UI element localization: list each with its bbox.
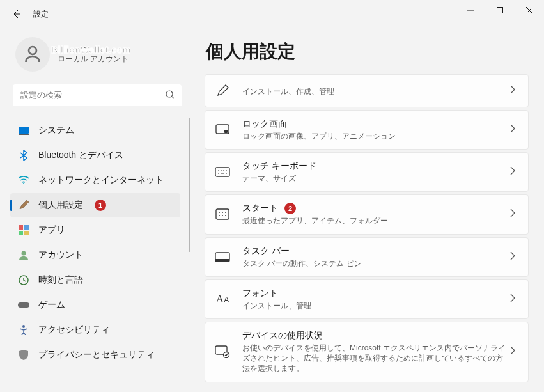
account-block[interactable]: BillionWallet.com Billion Wallet ローカル アカ… xyxy=(8,28,192,84)
chevron-right-icon xyxy=(510,251,519,263)
person-icon xyxy=(18,249,29,261)
sidebar-item-apps[interactable]: アプリ xyxy=(10,218,180,242)
sidebar-item-label: ゲーム xyxy=(38,299,65,311)
svg-point-17 xyxy=(219,212,220,213)
sidebar-item-privacy[interactable]: プライバシーとセキュリティ xyxy=(10,343,180,367)
app-title: 設定 xyxy=(33,9,49,20)
sidebar-item-accounts[interactable]: アカウント xyxy=(10,243,180,267)
card-title: ロック画面 xyxy=(242,118,510,130)
annotation-badge-2: 2 xyxy=(284,203,296,214)
svg-rect-2 xyxy=(19,127,29,134)
gaming-icon xyxy=(18,299,29,311)
search-box[interactable] xyxy=(13,84,182,106)
sidebar-item-label: プライバシーとセキュリティ xyxy=(38,349,155,361)
search-icon xyxy=(165,90,175,102)
scrollbar[interactable] xyxy=(189,118,190,252)
svg-rect-3 xyxy=(19,134,29,135)
sidebar-item-label: アクセシビリティ xyxy=(38,324,110,336)
card-pen[interactable]: インストール、作成、管理 xyxy=(205,74,529,107)
svg-point-20 xyxy=(219,215,220,216)
svg-rect-7 xyxy=(19,231,23,235)
account-type: ローカル アカウント xyxy=(58,54,128,65)
sidebar-item-system[interactable]: システム xyxy=(10,118,180,143)
sidebar-item-network[interactable]: ネットワークとインターネット xyxy=(10,168,180,192)
lockscreen-icon xyxy=(214,122,231,138)
back-button[interactable] xyxy=(5,3,28,26)
card-sub: インストール、作成、管理 xyxy=(242,86,510,97)
card-fonts[interactable]: AA フォントインストール、管理 xyxy=(205,279,529,319)
card-sub: インストール、管理 xyxy=(242,301,510,311)
svg-point-22 xyxy=(225,215,226,216)
pen-icon xyxy=(214,82,231,99)
sidebar-item-label: アカウント xyxy=(38,249,83,261)
card-sub: 最近使ったアプリ、アイテム、フォルダー xyxy=(242,216,510,226)
keyboard-icon xyxy=(214,164,231,180)
sidebar-item-label: Bluetooth とデバイス xyxy=(38,150,123,161)
avatar: BillionWallet.com xyxy=(15,37,50,72)
svg-rect-5 xyxy=(19,225,23,230)
svg-rect-0 xyxy=(497,8,503,13)
svg-point-12 xyxy=(22,325,25,328)
card-touchkeyboard[interactable]: タッチ キーボードテーマ、サイズ xyxy=(205,152,529,192)
svg-point-4 xyxy=(23,183,24,184)
nav-list: システム Bluetooth とデバイス ネットワークとインターネット 個人用設… xyxy=(8,118,192,392)
search-input[interactable] xyxy=(13,84,182,106)
arrow-left-icon xyxy=(12,9,22,19)
sidebar-item-label: 時刻と言語 xyxy=(38,274,83,286)
wifi-icon xyxy=(18,175,29,186)
card-title: タッチ キーボード xyxy=(242,161,510,172)
main-panel: 個人用設定 インストール、作成、管理 ロック画面ロック画面の画像、アプリ、アニメ… xyxy=(192,28,544,392)
chevron-right-icon xyxy=(510,294,519,305)
card-sub: テーマ、サイズ xyxy=(242,173,510,184)
fonts-icon: AA xyxy=(214,291,231,308)
chevron-right-icon xyxy=(510,85,519,97)
sidebar-item-label: アプリ xyxy=(38,224,65,236)
card-sub: ロック画面の画像、アプリ、アニメーション xyxy=(242,131,510,141)
sidebar-item-personalization[interactable]: 個人用設定 1 xyxy=(10,193,180,217)
sidebar-item-label: 個人用設定 xyxy=(38,200,83,211)
sidebar: BillionWallet.com Billion Wallet ローカル アカ… xyxy=(0,28,192,392)
bluetooth-icon xyxy=(18,150,29,161)
sidebar-item-accessibility[interactable]: アクセシビリティ xyxy=(10,318,180,342)
svg-rect-24 xyxy=(215,259,229,262)
card-title: デバイスの使用状況 xyxy=(242,330,510,341)
svg-point-21 xyxy=(222,215,223,216)
clock-icon xyxy=(18,274,29,286)
page-title: 個人用設定 xyxy=(206,40,529,64)
chevron-right-icon xyxy=(510,346,519,357)
card-start[interactable]: スタート2最近使ったアプリ、アイテム、フォルダー xyxy=(205,194,529,234)
chevron-right-icon xyxy=(510,208,519,220)
chevron-right-icon xyxy=(510,166,519,178)
sidebar-item-gaming[interactable]: ゲーム xyxy=(10,293,180,317)
minimize-button[interactable] xyxy=(456,0,485,20)
svg-rect-8 xyxy=(24,231,29,235)
card-title: タスク バー xyxy=(242,246,510,257)
sidebar-item-time[interactable]: 時刻と言語 xyxy=(10,268,180,292)
card-lockscreen[interactable]: ロック画面ロック画面の画像、アプリ、アニメーション xyxy=(205,110,529,150)
apps-icon xyxy=(18,224,29,236)
svg-rect-16 xyxy=(216,209,229,219)
sidebar-item-label: システム xyxy=(38,125,74,136)
maximize-button[interactable] xyxy=(485,0,515,20)
system-icon xyxy=(18,125,29,136)
card-taskbar[interactable]: タスク バータスク バーの動作、システム ピン xyxy=(205,237,529,277)
taskbar-icon xyxy=(214,249,231,265)
svg-point-19 xyxy=(225,212,226,213)
svg-rect-6 xyxy=(24,225,29,230)
start-icon xyxy=(214,206,231,223)
card-sub: タスク バーの動作、システム ピン xyxy=(242,258,510,269)
accessibility-icon xyxy=(18,324,29,336)
svg-rect-14 xyxy=(224,130,228,133)
sidebar-item-label: ネットワークとインターネット xyxy=(38,175,164,186)
close-button[interactable] xyxy=(515,0,544,20)
deviceusage-icon xyxy=(214,343,231,360)
annotation-badge-1: 1 xyxy=(95,200,106,211)
sidebar-item-bluetooth[interactable]: Bluetooth とデバイス xyxy=(10,143,180,168)
window-controls xyxy=(456,0,544,20)
chevron-right-icon xyxy=(510,124,519,136)
card-title: スタート xyxy=(242,203,278,214)
svg-point-9 xyxy=(22,251,26,256)
svg-point-1 xyxy=(166,91,173,97)
titlebar: 設定 xyxy=(0,0,544,28)
card-deviceusage[interactable]: デバイスの使用状況お使いのデバイスを使用して、Microsoft エクスペリエン… xyxy=(205,322,529,382)
